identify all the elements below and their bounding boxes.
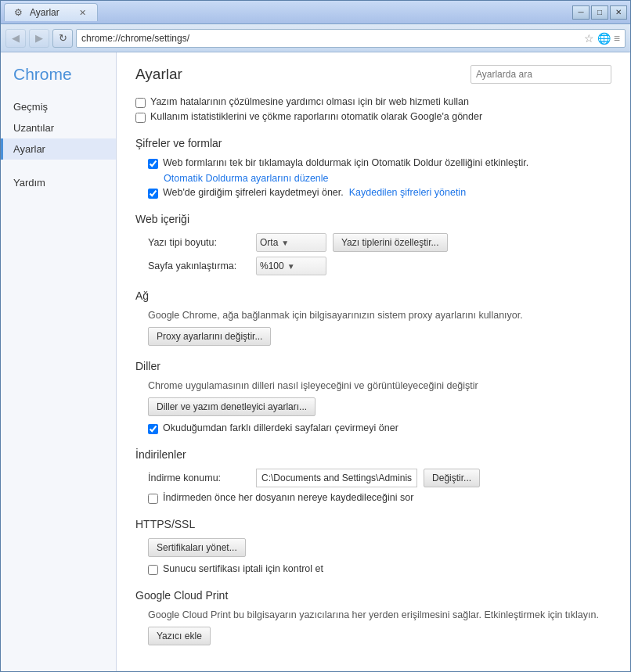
diller-section-content: Chrome uygulamasının dilleri nasıl işley…: [135, 380, 611, 434]
sidebar-spacer: [1, 160, 116, 172]
kullanim-label: Kullanım istatistiklerini ve çökme rapor…: [150, 111, 482, 122]
font-customize-button[interactable]: Yazı tiplerini özelleştir...: [333, 233, 448, 252]
font-size-label: Yazı tipi boyutu:: [148, 237, 250, 248]
content-area: Ayarlar Yazım hatalarının çözülmesine ya…: [117, 52, 630, 671]
main-layout: Chrome Geçmiş Uzantılar Ayarlar Yardım A…: [1, 52, 630, 671]
star-icon[interactable]: ☆: [584, 32, 594, 45]
tab-label: Ayarlar: [30, 7, 59, 18]
tab-close-button[interactable]: ✕: [78, 8, 88, 18]
font-size-select[interactable]: Orta ▼: [256, 233, 326, 252]
tab-favicon-icon: ⚙: [14, 7, 25, 18]
ask-location-checkbox[interactable]: [148, 494, 158, 504]
ask-location-check-row: İndirmeden önce her dosyanın nereye kayd…: [148, 492, 611, 504]
title-bar-left: ⚙ Ayarlar ✕: [4, 3, 98, 21]
cloud-print-desc: Google Cloud Print bu bilgisayarın yazıc…: [148, 609, 611, 620]
proxy-button[interactable]: Proxy ayarlarını değiştir...: [148, 327, 271, 346]
location-label: İndirme konumu:: [148, 473, 250, 483]
close-button[interactable]: ✕: [610, 5, 627, 20]
diller-desc: Chrome uygulamasının dilleri nasıl işley…: [148, 380, 611, 391]
window-controls: ─ □ ✕: [572, 5, 627, 20]
font-size-row: Yazı tipi boyutu: Orta ▼ Yazı tiplerini …: [148, 233, 611, 252]
sidebar: Chrome Geçmiş Uzantılar Ayarlar Yardım: [1, 52, 117, 671]
zoom-arrow-icon: ▼: [287, 262, 295, 271]
sidebar-label-yardim: Yardım: [13, 177, 45, 189]
cert-button[interactable]: Sertifikaları yönet...: [148, 538, 246, 557]
diller-section-header: Diller: [135, 360, 611, 372]
sifreler-section-header: Şifreler ve formlar: [135, 137, 611, 149]
lang-settings-button[interactable]: Diller ve yazım denetleyici ayarları...: [148, 397, 316, 416]
autofill-checkbox[interactable]: [148, 159, 158, 169]
web-icerigi-section-content: Yazı tipi boyutu: Orta ▼ Yazı tiplerini …: [135, 233, 611, 275]
nav-bar: ◀ ▶ ↻ chrome://chrome/settings/ ☆ 🌐 ≡: [1, 24, 630, 52]
settings-title: Ayarlar: [135, 66, 182, 83]
revoke-check-row: Sunucu sertifikası iptali için kontrol e…: [148, 563, 611, 575]
zoom-row: Sayfa yakınlaştırma: %100 ▼: [148, 257, 611, 275]
minimize-button[interactable]: ─: [572, 5, 590, 20]
https-section-content: Sertifikaları yönet... Sunucu sertifikas…: [135, 538, 611, 575]
revoke-checkbox[interactable]: [148, 565, 158, 575]
zoom-label: Sayfa yakınlaştırma:: [148, 261, 250, 271]
password-checkbox[interactable]: [148, 189, 158, 199]
password-check-row: Web'de girdiğim şifreleri kaydetmeyi öne…: [148, 187, 611, 199]
autofill-label: Web formlarını tek bir tıklamayla doldur…: [163, 157, 528, 168]
https-section-header: HTTPS/SSL: [135, 518, 611, 530]
translate-icon[interactable]: 🌐: [597, 32, 611, 45]
zoom-value: %100: [260, 261, 284, 271]
font-size-value: Orta: [260, 237, 278, 248]
window-frame: ⚙ Ayarlar ✕ ─ □ ✕ ◀ ▶ ↻ chrome://chrome/…: [0, 0, 631, 672]
location-path: C:\Documents and Settings\Adminis: [256, 469, 417, 487]
font-size-arrow-icon: ▼: [281, 239, 289, 247]
autofill-link[interactable]: Otomatik Doldurma ayarlarını düzenle: [164, 173, 329, 184]
menu-icon[interactable]: ≡: [614, 32, 620, 45]
sifreler-section-content: Web formlarını tek bir tıklamayla doldur…: [135, 157, 611, 199]
location-row: İndirme konumu: C:\Documents and Setting…: [148, 469, 611, 487]
address-icons: ☆ 🌐 ≡: [584, 32, 620, 45]
ask-location-label: İndirmeden önce her dosyanın nereye kayd…: [163, 492, 413, 503]
yazim-label: Yazım hatalarının çözülmesine yardımcı o…: [150, 96, 469, 107]
maximize-button[interactable]: □: [591, 5, 608, 20]
sidebar-label-ayarlar: Ayarlar: [13, 143, 45, 155]
password-link[interactable]: Kaydedilen şifreleri yönetin: [349, 187, 466, 198]
web-icerigi-section-header: Web içeriği: [135, 213, 611, 225]
address-url: chrome://chrome/settings/: [81, 33, 584, 44]
cloud-print-section-header: Google Cloud Print: [135, 589, 611, 602]
location-change-button[interactable]: Değiştir...: [424, 469, 480, 487]
zoom-select[interactable]: %100 ▼: [256, 257, 326, 275]
kullanim-checkbox[interactable]: [135, 113, 146, 123]
sidebar-item-ayarlar[interactable]: Ayarlar: [1, 138, 116, 160]
forward-button[interactable]: ▶: [29, 29, 49, 48]
sidebar-item-yardim[interactable]: Yardım: [1, 172, 116, 193]
search-input[interactable]: [471, 65, 611, 84]
ag-desc: Google Chrome, ağa bağlanmak için bilgis…: [148, 310, 611, 321]
sidebar-brand: Chrome: [1, 65, 116, 96]
revoke-label: Sunucu sertifikası iptali için kontrol e…: [163, 563, 323, 574]
sidebar-label-gecmis: Geçmiş: [13, 101, 48, 113]
translate-label: Okuduğumdan farklı dillerdeki sayfaları …: [163, 422, 398, 433]
tab-ayarlar[interactable]: ⚙ Ayarlar ✕: [4, 3, 98, 21]
settings-header: Ayarlar: [135, 65, 611, 84]
ag-section-content: Google Chrome, ağa bağlanmak için bilgis…: [135, 310, 611, 346]
sidebar-item-uzantilar[interactable]: Uzantılar: [1, 117, 116, 138]
autofill-check-row: Web formlarını tek bir tıklamayla doldur…: [148, 157, 611, 169]
yazim-check-row: Yazım hatalarının çözülmesine yardımcı o…: [135, 96, 611, 108]
title-bar: ⚙ Ayarlar ✕ ─ □ ✕: [1, 1, 630, 24]
translate-check-row: Okuduğumdan farklı dillerdeki sayfaları …: [148, 422, 611, 434]
password-label: Web'de girdiğim şifreleri kaydetmeyi öne…: [163, 187, 466, 198]
translate-checkbox[interactable]: [148, 424, 158, 434]
ag-section-header: Ağ: [135, 289, 611, 302]
address-bar[interactable]: chrome://chrome/settings/ ☆ 🌐 ≡: [76, 29, 626, 48]
indirilenler-section-content: İndirme konumu: C:\Documents and Setting…: [135, 469, 611, 504]
back-button[interactable]: ◀: [5, 29, 26, 48]
reload-button[interactable]: ↻: [52, 29, 73, 48]
cloud-print-setup-button[interactable]: Yazıcı ekle: [148, 627, 211, 645]
yazim-checkbox[interactable]: [135, 98, 146, 108]
sidebar-item-gecmis[interactable]: Geçmiş: [1, 96, 116, 117]
cloud-print-section-content: Google Cloud Print bu bilgisayarın yazıc…: [135, 609, 611, 645]
indirilenler-section-header: İndirilenler: [135, 448, 611, 461]
sidebar-label-uzantilar: Uzantılar: [13, 122, 54, 134]
kullanim-check-row: Kullanım istatistiklerini ve çökme rapor…: [135, 111, 611, 123]
